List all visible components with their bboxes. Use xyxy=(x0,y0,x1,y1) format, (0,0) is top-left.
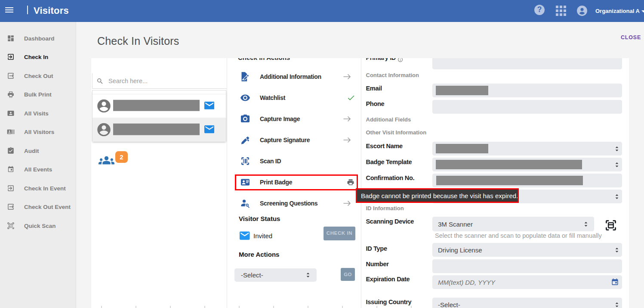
help-icon[interactable]: ? xyxy=(534,5,545,15)
phone-field[interactable] xyxy=(432,100,622,114)
visitor-row[interactable] xyxy=(92,94,226,118)
badge-template-label: Badge Template xyxy=(366,159,412,165)
confirmation-no-label: Confirmation No. xyxy=(366,174,415,181)
visitor-count-badge: 2 xyxy=(115,151,128,163)
person-search-icon xyxy=(240,198,250,208)
more-actions-select[interactable]: -Select- xyxy=(234,268,317,282)
more-actions-heading: More Actions xyxy=(239,251,279,258)
sidebar-item-all-visits[interactable]: All Visits xyxy=(0,107,76,120)
account-avatar-icon[interactable] xyxy=(576,5,588,16)
arrow-right-icon[interactable] xyxy=(342,198,352,208)
tick-mark xyxy=(308,306,308,308)
expiration-date-field[interactable]: MM(text) DD, YYYY xyxy=(432,275,622,289)
tick-mark xyxy=(376,306,377,308)
search-box[interactable]: Search here... xyxy=(92,73,227,89)
scanning-device-select[interactable]: 3M Scanner xyxy=(432,217,594,231)
person-avatar-icon xyxy=(97,99,111,112)
issuing-country-select[interactable]: -Select- xyxy=(432,298,622,308)
dashboard-icon xyxy=(7,34,15,42)
info-icon[interactable] xyxy=(397,58,403,62)
redacted-value-bar xyxy=(436,144,488,153)
arrow-right-icon[interactable] xyxy=(342,135,352,145)
note-edit-icon xyxy=(240,72,250,82)
calendar-icon[interactable] xyxy=(611,278,619,286)
action-capture-signature[interactable]: Capture Signature xyxy=(233,132,357,148)
org-switcher[interactable]: Organizational A xyxy=(595,0,644,22)
column-divider xyxy=(361,58,361,308)
go-button[interactable]: GO xyxy=(341,268,355,281)
sidebar-item-all-events[interactable]: All Events xyxy=(0,163,76,176)
sidebar-item-audit[interactable]: Audit xyxy=(0,144,76,157)
close-button[interactable]: CLOSE xyxy=(621,34,641,40)
arrow-right-icon[interactable] xyxy=(342,72,352,82)
email-label: Email xyxy=(366,85,382,92)
page-title: Check In Visitors xyxy=(97,35,179,47)
tick-mark xyxy=(204,306,205,308)
tick-mark xyxy=(273,306,274,308)
unfold-arrows-icon xyxy=(613,246,621,254)
actions-heading: Check In Actions xyxy=(238,58,290,61)
tick-mark xyxy=(411,306,412,308)
scanner-helper-text: Select the scanner and scan to populate … xyxy=(435,232,602,239)
phone-label: Phone xyxy=(366,100,385,107)
tick-mark xyxy=(342,306,343,308)
sidebar-item-check-out[interactable]: Check Out xyxy=(0,69,76,82)
unfold-arrows-icon xyxy=(304,271,312,279)
redacted-value-bar xyxy=(436,160,582,169)
action-screening-questions[interactable]: Screening Questions xyxy=(233,196,357,211)
person-avatar-icon xyxy=(97,123,111,137)
recent-actors-icon xyxy=(7,128,15,136)
action-capture-image[interactable]: Capture Image xyxy=(233,111,357,127)
menu-icon[interactable] xyxy=(5,7,13,13)
app-title: Visitors xyxy=(34,0,69,22)
tick-mark xyxy=(136,306,136,308)
primary-id-label: Primary ID xyxy=(366,58,396,61)
visitor-list xyxy=(92,90,227,141)
visitor-row-selected[interactable] xyxy=(92,118,226,142)
sidebar-item-quick-scan[interactable]: Quick Scan xyxy=(0,219,76,232)
top-app-bar: Visitors ? Organizational A xyxy=(0,0,644,22)
sidebar-item-check-in[interactable]: Check In xyxy=(0,50,76,63)
mail-icon[interactable] xyxy=(204,125,215,134)
apps-grid-icon[interactable] xyxy=(556,6,566,16)
logout-icon xyxy=(7,203,15,211)
id-type-select[interactable]: Driving License xyxy=(432,243,622,257)
contact-card-icon xyxy=(7,109,15,117)
search-input[interactable]: Search here... xyxy=(108,78,148,84)
mail-icon[interactable] xyxy=(204,102,215,110)
expiration-date-label: Expiration Date xyxy=(366,276,410,283)
action-scan-id[interactable]: Scan ID xyxy=(233,153,357,169)
primary-id-field[interactable] xyxy=(432,58,622,69)
scanner-capture-icon[interactable] xyxy=(604,218,618,232)
redacted-name-bar xyxy=(113,100,200,112)
arrow-right-icon[interactable] xyxy=(342,114,352,124)
column-divider xyxy=(227,58,227,308)
clipboard-check-icon xyxy=(7,147,15,155)
check-icon xyxy=(347,93,355,102)
confirmation-no-field[interactable] xyxy=(432,174,622,187)
number-field[interactable] xyxy=(432,259,622,273)
sidebar-item-check-out-event[interactable]: Check Out Event xyxy=(0,200,76,213)
sidebar-item-check-in-event[interactable]: Check In Event xyxy=(0,182,76,195)
mail-icon xyxy=(240,231,250,240)
escort-name-select[interactable] xyxy=(432,142,622,156)
sidebar-nav: Dashboard Check In Check Out Bulk Print … xyxy=(0,22,76,308)
action-watchlist[interactable]: Watchlist xyxy=(233,90,357,106)
sidebar-item-dashboard[interactable]: Dashboard xyxy=(0,32,76,45)
check-in-panel: Search here... 2 Check In Actions Additi… xyxy=(91,58,629,308)
sidebar-item-bulk-print[interactable]: Bulk Print xyxy=(0,88,76,101)
login-icon xyxy=(7,184,15,192)
badge-template-select[interactable] xyxy=(432,158,622,171)
id-type-label: ID Type xyxy=(366,245,387,252)
list-header-strip xyxy=(92,90,226,94)
tick-mark xyxy=(170,306,171,308)
pen-icon xyxy=(240,135,250,145)
group-icon[interactable] xyxy=(99,156,114,165)
check-in-button[interactable]: CHECK IN xyxy=(324,227,355,240)
email-field[interactable] xyxy=(432,84,622,97)
title-divider xyxy=(27,6,28,14)
redacted-value-bar xyxy=(436,86,488,95)
unfold-arrows-icon xyxy=(613,301,621,308)
action-additional-information[interactable]: Additional Information xyxy=(233,69,357,84)
sidebar-item-all-visitors[interactable]: All Visitors xyxy=(0,125,76,138)
